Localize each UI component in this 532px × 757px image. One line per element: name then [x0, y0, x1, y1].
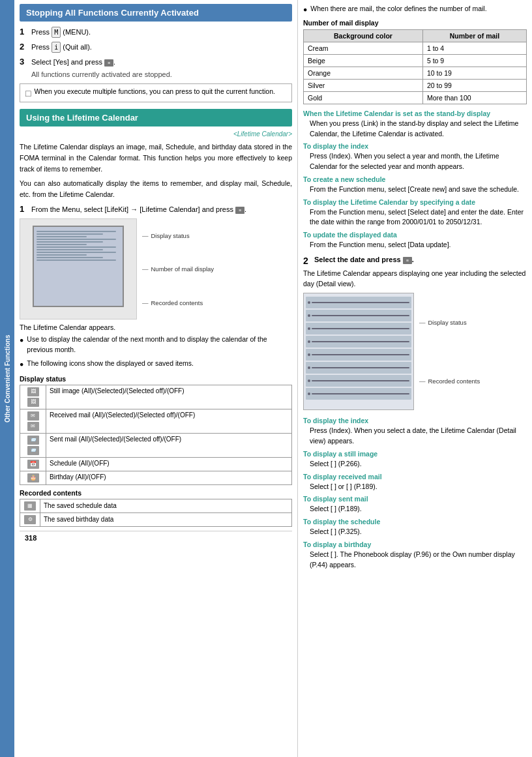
received-mail-icon: ✉	[27, 411, 39, 421]
line-3	[312, 328, 409, 329]
line-7	[312, 380, 409, 381]
screen-row-2	[306, 310, 411, 321]
right-annotation-recorded-contents: Recorded contents	[419, 378, 480, 385]
step3-number: 3	[20, 57, 27, 67]
quit-key[interactable]: i	[52, 42, 61, 53]
menu-key[interactable]: M	[52, 27, 61, 38]
status-icon-1: 🖼 🖼	[20, 385, 46, 409]
link2-body-1: Select [ ] (P.266).	[310, 459, 527, 469]
mail-table-header-row: Background color Number of mail	[304, 29, 527, 42]
screen-line-7	[37, 246, 116, 248]
recorded-contents-label: Recorded contents	[20, 489, 292, 497]
dot-2	[308, 314, 310, 317]
teal-link2-2: To display received mail	[303, 473, 527, 481]
mail-num-5: More than 100	[422, 91, 526, 104]
recorded-icon-1: ▦	[20, 499, 40, 512]
display-status-table: 🖼 🖼 Still image (All)/(Selected)/(Select…	[20, 385, 292, 485]
bullet-text-2: The following icons show the displayed o…	[27, 359, 292, 370]
right-bullet-dot-1: ●	[303, 5, 307, 15]
sent-mail-icon-2: 📨	[27, 446, 39, 455]
note-icon: □	[25, 88, 31, 98]
line-4	[312, 341, 409, 342]
dot-8	[308, 393, 310, 395]
body-text-1: The Lifetime Calendar displays an image,…	[20, 141, 292, 174]
sidebar-tab: Other Convenient Functions	[0, 0, 14, 757]
teal-link-0: When the Lifetime Calendar is set as the…	[303, 110, 527, 117]
saved-birthday-icon: ⚙	[24, 515, 36, 524]
step-1: 1 Press M (MENU).	[20, 27, 292, 38]
table-row: Beige 5 to 9	[304, 54, 527, 67]
calendar-section: Using the Lifetime Calendar <Lifetime Ca…	[20, 109, 292, 527]
screen-line-1	[37, 231, 116, 232]
main-content: Stopping All Functions Currently Activat…	[14, 0, 532, 757]
recorded-contents-table: ▦ The saved schedule data ⚙ The saved bi…	[20, 499, 292, 527]
link-body-4: From the Function menu, select [Data upd…	[310, 240, 527, 250]
step2-number: 2	[20, 42, 27, 52]
cal-step1-number: 1	[20, 204, 27, 214]
device-image-left	[20, 218, 137, 319]
step-3: 3 Select [Yes] and press ≡. All function…	[20, 57, 292, 80]
dot-5	[308, 353, 310, 356]
link2-body-5: Select [ ]. The Phonebook display (P.96)…	[310, 550, 527, 571]
sent-mail-icon: 📨	[27, 436, 39, 445]
right-bullet-1: ● When there are mail, the color defines…	[303, 4, 527, 15]
status-icon-2: ✉ ✉	[20, 409, 46, 433]
screen-row-3	[306, 323, 411, 334]
table-row: 🖼 🖼 Still image (All)/(Selected)/(Select…	[20, 385, 292, 409]
body-text-2: You can also automatically display the i…	[20, 178, 292, 200]
table-row: ▦ The saved schedule data	[20, 499, 292, 512]
right-screen	[304, 293, 413, 403]
table-row: 📨 📨 Sent mail (All)/(Selected)/(Selected…	[20, 433, 292, 457]
screen-row-8	[306, 388, 411, 400]
mail-header-bg: Background color	[304, 29, 423, 42]
press-icon: ≡	[235, 207, 244, 214]
dot-4	[308, 340, 310, 343]
mail-table-head: Background color Number of mail	[304, 29, 527, 42]
table-row: Silver 20 to 99	[304, 79, 527, 91]
teal-link2-1: To display a still image	[303, 450, 527, 458]
line-1	[312, 302, 409, 303]
table-row: ✉ ✉ Received mail (All)/(Selected)/(Sele…	[20, 409, 292, 433]
line-2	[312, 315, 409, 316]
right-annotations: Display status Recorded contents	[414, 293, 480, 410]
saved-schedule-icon: ▦	[24, 501, 36, 511]
table-row: Orange 10 to 19	[304, 67, 527, 79]
mail-header-num: Number of mail	[422, 29, 526, 42]
annotation-recorded-contents: Recorded contents	[142, 299, 214, 306]
teal-link2-3: To display sent mail	[303, 495, 527, 503]
left-column: Stopping All Functions Currently Activat…	[14, 0, 298, 757]
recorded-text-1: The saved schedule data	[40, 499, 292, 512]
table-row: ⚙ The saved birthday data	[20, 512, 292, 526]
recorded-text-2: The saved birthday data	[40, 512, 292, 526]
status-text-1: Still image (All)/(Selected)/(Selected o…	[46, 385, 292, 409]
birthday-icon: 🎂	[27, 473, 39, 482]
teal-link2-0: To display the index	[303, 417, 527, 424]
screen-row-6	[306, 362, 411, 374]
page-number: 318	[20, 531, 292, 544]
screen-line-10	[37, 254, 87, 256]
cal-step-1: 1 From the Menu, select [LifeKit] → [Lif…	[20, 204, 292, 215]
bullet-item-2: ● The following icons show the displayed…	[20, 359, 292, 370]
display-status-label: Display status	[20, 375, 292, 383]
table-row: 🎂 Birthday (All)/(OFF)	[20, 471, 292, 484]
step3-text: Select [Yes] and press ≡.	[31, 58, 115, 66]
screen-line-9	[37, 252, 116, 253]
still-image-icon: 🖼	[27, 387, 39, 396]
screen-lines	[34, 227, 123, 265]
step-2: 2 Press i (Quit all).	[20, 42, 292, 53]
device-annotation-area: Display status Number of mail display Re…	[20, 218, 292, 319]
link2-body-3: Select [ ] (P.189).	[310, 504, 527, 514]
recorded-table-body: ▦ The saved schedule data ⚙ The saved bi…	[20, 499, 292, 526]
note-box: □ When you execute multiple functions, y…	[20, 83, 292, 102]
right-annotation-display-status: Display status	[419, 319, 480, 326]
schedule-icon: 📅	[27, 460, 39, 469]
right-step-2: 2 Select the date and press ≡.	[303, 256, 527, 266]
dot-6	[308, 366, 310, 369]
received-mail-icon-2: ✉	[27, 422, 39, 431]
screen-line-12	[37, 260, 116, 261]
mail-num-1: 1 to 4	[422, 42, 526, 54]
bullet-section-left: ● Use to display the calendar of the nex…	[20, 334, 292, 369]
teal-link-4: To update the displayed data	[303, 231, 527, 239]
line-5	[312, 354, 409, 355]
teal-link2-4: To display the schedule	[303, 518, 527, 526]
